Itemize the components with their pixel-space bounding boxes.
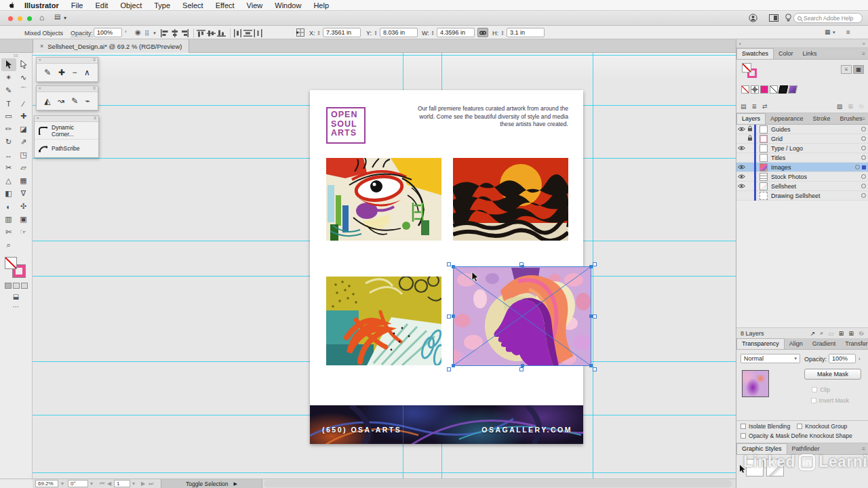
layer-name[interactable]: Sellsheet bbox=[771, 183, 796, 190]
lock-icon[interactable] bbox=[746, 125, 754, 133]
menu-help[interactable]: Help bbox=[307, 1, 335, 9]
image-corner-handle[interactable] bbox=[452, 265, 455, 268]
scissors-tool[interactable]: ✂ bbox=[1, 161, 16, 174]
intro-paragraph[interactable]: Our fall premiere features curated artwo… bbox=[408, 105, 568, 129]
path-tool-icon[interactable]: ↝ bbox=[58, 96, 64, 106]
distribute-vertical-icon[interactable] bbox=[243, 29, 252, 37]
apple-logo-icon[interactable] bbox=[8, 1, 16, 9]
layer-thumbnail[interactable] bbox=[760, 163, 768, 171]
object-thumbnail[interactable] bbox=[742, 370, 769, 397]
scale-tool[interactable]: ⇗ bbox=[16, 136, 31, 148]
toolbar-more-button[interactable]: ⋯ bbox=[0, 303, 32, 310]
home-icon[interactable]: ⌂ bbox=[39, 13, 44, 22]
image-corner-handle[interactable] bbox=[452, 364, 455, 367]
artwork-abstract-eye[interactable] bbox=[326, 158, 441, 241]
panel-menu-icon[interactable]: ≡ bbox=[862, 446, 865, 452]
artboard-tool[interactable]: ▣ bbox=[16, 213, 31, 226]
align-top-icon[interactable] bbox=[197, 29, 205, 37]
zoom-tool[interactable]: ⌕ bbox=[1, 239, 16, 251]
fill-proxy[interactable] bbox=[742, 63, 751, 73]
search-adobe-help-input[interactable]: Search Adobe Help bbox=[793, 13, 863, 23]
knockout-shape-checkbox[interactable]: Opacity & Mask Define Knockout Shape bbox=[741, 432, 864, 439]
align-bottom-icon[interactable] bbox=[217, 29, 226, 37]
knockout-group-checkbox[interactable]: Knockout Group bbox=[797, 423, 847, 430]
draw-normal-mode-button[interactable] bbox=[5, 283, 12, 289]
mesh-tool[interactable]: ▦ bbox=[16, 174, 31, 187]
swatch-line[interactable] bbox=[770, 85, 778, 94]
panel-dock-icon[interactable]: ▦ bbox=[825, 28, 831, 35]
h-stepper[interactable]: ▴▾ bbox=[500, 28, 505, 37]
lasso-tool[interactable]: ∿ bbox=[16, 71, 31, 84]
w-field[interactable]: 4.3596 in bbox=[437, 28, 475, 37]
distribute-spacing-icon[interactable] bbox=[254, 29, 262, 37]
new-color-group-icon[interactable]: ▧ bbox=[837, 103, 843, 110]
status-play-icon[interactable]: ▶ bbox=[234, 481, 237, 487]
dock-header[interactable]: ▪ » bbox=[736, 39, 868, 48]
swatch-none[interactable] bbox=[741, 85, 749, 94]
selection-handle[interactable] bbox=[593, 314, 597, 319]
swatch-options-icon[interactable]: ⇄ bbox=[762, 103, 768, 110]
close-icon[interactable]: × bbox=[39, 86, 41, 90]
menu-object[interactable]: Object bbox=[114, 1, 148, 9]
paintbrush-tool[interactable]: ✚ bbox=[16, 110, 31, 123]
tab-align[interactable]: Align bbox=[785, 339, 808, 349]
layer-target-icon[interactable] bbox=[861, 184, 866, 188]
add-anchor-point-icon[interactable]: ✚ bbox=[58, 68, 65, 77]
fill-stroke-control[interactable] bbox=[5, 257, 28, 279]
selection-tool[interactable] bbox=[1, 58, 16, 71]
layer-target-icon[interactable] bbox=[861, 127, 866, 131]
artboard-number-dropdown[interactable]: 1 bbox=[114, 480, 130, 487]
menu-window[interactable]: Window bbox=[269, 1, 307, 9]
plugin-tools-panel[interactable]: × ≡ Dynamic Corner... PathScribe bbox=[34, 115, 99, 158]
image-corner-handle[interactable] bbox=[589, 265, 593, 268]
layer-name[interactable]: Titles bbox=[771, 155, 785, 161]
tab-color[interactable]: Color bbox=[774, 49, 798, 59]
tab-transparency[interactable]: Transparency bbox=[736, 338, 785, 349]
draw-inside-mode-button[interactable] bbox=[21, 283, 28, 289]
horizontal-scrollbar[interactable] bbox=[264, 480, 732, 487]
layer-row-titles[interactable]: Titles bbox=[736, 153, 868, 163]
perspective-grid-tool[interactable]: △ bbox=[1, 174, 16, 187]
smooth-tool-icon[interactable]: ⌁ bbox=[85, 96, 90, 106]
layer-thumbnail[interactable] bbox=[760, 173, 768, 181]
dynamic-corner-tool-item[interactable]: Dynamic Corner... bbox=[35, 122, 98, 140]
align-center-icon[interactable] bbox=[170, 29, 179, 37]
align-panel-icon[interactable]: ⠿ bbox=[144, 30, 149, 37]
width-tool[interactable]: ↔ bbox=[1, 148, 16, 161]
layer-target-icon[interactable] bbox=[855, 165, 860, 169]
delete-swatch-icon[interactable]: ♲ bbox=[859, 103, 864, 110]
layer-target-icon[interactable] bbox=[861, 193, 866, 198]
swatch-pink[interactable] bbox=[760, 85, 768, 94]
pen-tool[interactable]: ✎ bbox=[1, 84, 16, 97]
reference-point-icon[interactable] bbox=[296, 28, 304, 37]
opacity-chevron-icon[interactable]: › bbox=[859, 356, 861, 362]
zoom-level-dropdown[interactable]: 69.2% bbox=[35, 480, 58, 487]
menu-effect[interactable]: Effect bbox=[210, 1, 241, 9]
artwork-sun-waves[interactable] bbox=[453, 158, 568, 241]
close-window-button[interactable] bbox=[8, 16, 13, 21]
last-artboard-icon[interactable]: ⏭ bbox=[149, 481, 153, 487]
visibility-eye-icon[interactable] bbox=[736, 164, 746, 171]
fill-stroke-indicator[interactable] bbox=[742, 63, 760, 81]
layer-row-sellsheet[interactable]: Sellsheet bbox=[736, 182, 868, 191]
pencil-tool[interactable]: ✏ bbox=[1, 123, 16, 136]
h-field[interactable]: 3.1 in bbox=[507, 28, 545, 37]
line-segment-tool[interactable]: ∕ bbox=[16, 97, 31, 110]
swatch-purple-group[interactable] bbox=[788, 85, 798, 94]
image-corner-handle[interactable] bbox=[589, 364, 593, 367]
layer-target-icon[interactable] bbox=[861, 174, 866, 179]
close-icon[interactable]: × bbox=[39, 58, 41, 62]
layer-name[interactable]: Type / Logo bbox=[771, 145, 803, 152]
rectangle-tool[interactable]: ▭ bbox=[1, 110, 16, 123]
artboard-chevron-icon[interactable]: ▾ bbox=[132, 481, 135, 487]
menu-file[interactable]: File bbox=[65, 1, 90, 9]
new-swatch-icon[interactable]: ⊞ bbox=[848, 103, 853, 110]
w-stepper[interactable]: ▴▾ bbox=[430, 28, 435, 37]
visibility-eye-icon[interactable] bbox=[736, 145, 746, 152]
tab-links[interactable]: Links bbox=[798, 49, 822, 59]
selection-handle[interactable] bbox=[447, 314, 451, 319]
opacity-label[interactable]: Opacity: bbox=[71, 30, 93, 37]
layer-name[interactable]: Stock Photos bbox=[771, 174, 807, 180]
swatch-registration[interactable] bbox=[751, 85, 759, 94]
image-corner-handle[interactable] bbox=[452, 314, 455, 318]
